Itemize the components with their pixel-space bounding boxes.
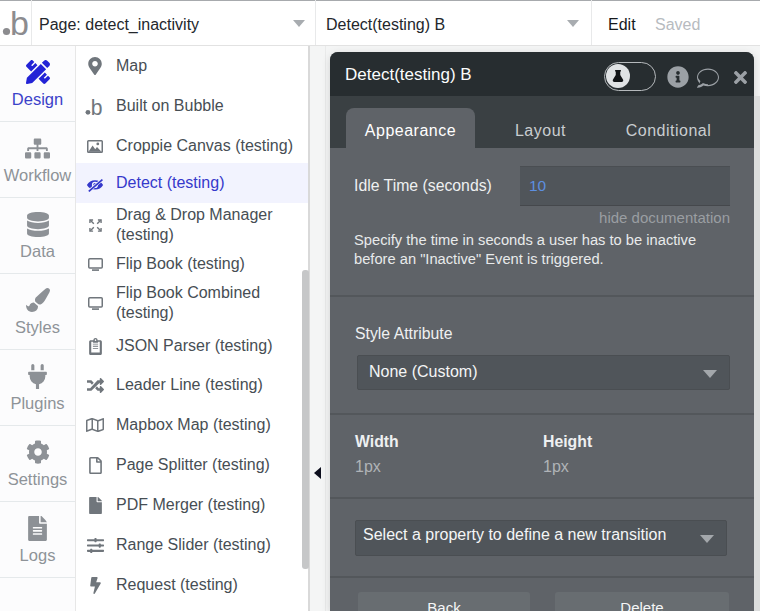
svg-text:b: b — [10, 6, 29, 40]
svg-text:b: b — [91, 96, 103, 118]
